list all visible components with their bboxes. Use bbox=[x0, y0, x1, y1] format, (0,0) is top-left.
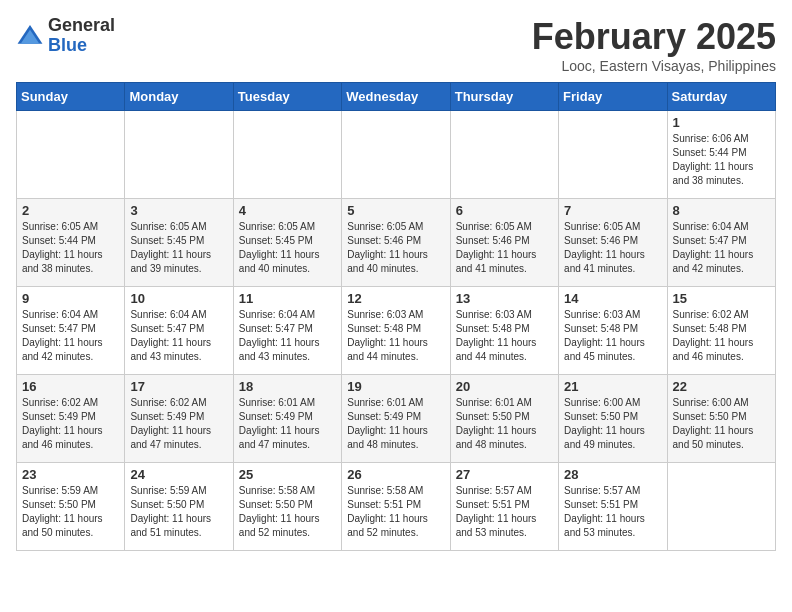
calendar-cell: 1Sunrise: 6:06 AM Sunset: 5:44 PM Daylig… bbox=[667, 111, 775, 199]
day-number: 7 bbox=[564, 203, 661, 218]
calendar-week-row: 23Sunrise: 5:59 AM Sunset: 5:50 PM Dayli… bbox=[17, 463, 776, 551]
day-number: 25 bbox=[239, 467, 336, 482]
day-number: 26 bbox=[347, 467, 444, 482]
day-info: Sunrise: 6:00 AM Sunset: 5:50 PM Dayligh… bbox=[673, 396, 770, 452]
calendar-cell: 24Sunrise: 5:59 AM Sunset: 5:50 PM Dayli… bbox=[125, 463, 233, 551]
day-info: Sunrise: 5:57 AM Sunset: 5:51 PM Dayligh… bbox=[456, 484, 553, 540]
calendar-cell bbox=[667, 463, 775, 551]
day-info: Sunrise: 6:02 AM Sunset: 5:49 PM Dayligh… bbox=[130, 396, 227, 452]
logo-icon bbox=[16, 22, 44, 50]
day-of-week-header: Tuesday bbox=[233, 83, 341, 111]
day-info: Sunrise: 6:05 AM Sunset: 5:45 PM Dayligh… bbox=[239, 220, 336, 276]
day-info: Sunrise: 5:58 AM Sunset: 5:50 PM Dayligh… bbox=[239, 484, 336, 540]
day-info: Sunrise: 6:04 AM Sunset: 5:47 PM Dayligh… bbox=[239, 308, 336, 364]
calendar-cell: 4Sunrise: 6:05 AM Sunset: 5:45 PM Daylig… bbox=[233, 199, 341, 287]
page-header: General Blue February 2025 Looc, Eastern… bbox=[16, 16, 776, 74]
calendar-table: SundayMondayTuesdayWednesdayThursdayFrid… bbox=[16, 82, 776, 551]
logo: General Blue bbox=[16, 16, 115, 56]
calendar-cell: 14Sunrise: 6:03 AM Sunset: 5:48 PM Dayli… bbox=[559, 287, 667, 375]
day-number: 10 bbox=[130, 291, 227, 306]
day-number: 9 bbox=[22, 291, 119, 306]
day-info: Sunrise: 5:57 AM Sunset: 5:51 PM Dayligh… bbox=[564, 484, 661, 540]
calendar-cell: 6Sunrise: 6:05 AM Sunset: 5:46 PM Daylig… bbox=[450, 199, 558, 287]
calendar-cell: 13Sunrise: 6:03 AM Sunset: 5:48 PM Dayli… bbox=[450, 287, 558, 375]
day-info: Sunrise: 5:59 AM Sunset: 5:50 PM Dayligh… bbox=[130, 484, 227, 540]
day-number: 24 bbox=[130, 467, 227, 482]
day-number: 27 bbox=[456, 467, 553, 482]
calendar-cell bbox=[450, 111, 558, 199]
day-info: Sunrise: 6:00 AM Sunset: 5:50 PM Dayligh… bbox=[564, 396, 661, 452]
calendar-cell: 9Sunrise: 6:04 AM Sunset: 5:47 PM Daylig… bbox=[17, 287, 125, 375]
day-info: Sunrise: 6:04 AM Sunset: 5:47 PM Dayligh… bbox=[673, 220, 770, 276]
day-number: 11 bbox=[239, 291, 336, 306]
day-number: 20 bbox=[456, 379, 553, 394]
calendar-cell: 18Sunrise: 6:01 AM Sunset: 5:49 PM Dayli… bbox=[233, 375, 341, 463]
day-number: 23 bbox=[22, 467, 119, 482]
day-number: 12 bbox=[347, 291, 444, 306]
calendar-cell: 3Sunrise: 6:05 AM Sunset: 5:45 PM Daylig… bbox=[125, 199, 233, 287]
logo-general-text: General bbox=[48, 15, 115, 35]
calendar-cell: 25Sunrise: 5:58 AM Sunset: 5:50 PM Dayli… bbox=[233, 463, 341, 551]
calendar-cell: 16Sunrise: 6:02 AM Sunset: 5:49 PM Dayli… bbox=[17, 375, 125, 463]
day-number: 21 bbox=[564, 379, 661, 394]
calendar-cell: 5Sunrise: 6:05 AM Sunset: 5:46 PM Daylig… bbox=[342, 199, 450, 287]
day-number: 15 bbox=[673, 291, 770, 306]
day-of-week-header: Sunday bbox=[17, 83, 125, 111]
day-info: Sunrise: 6:05 AM Sunset: 5:45 PM Dayligh… bbox=[130, 220, 227, 276]
day-of-week-header: Friday bbox=[559, 83, 667, 111]
title-block: February 2025 Looc, Eastern Visayas, Phi… bbox=[532, 16, 776, 74]
calendar-cell bbox=[233, 111, 341, 199]
calendar-cell: 2Sunrise: 6:05 AM Sunset: 5:44 PM Daylig… bbox=[17, 199, 125, 287]
day-number: 8 bbox=[673, 203, 770, 218]
day-number: 14 bbox=[564, 291, 661, 306]
calendar-cell: 23Sunrise: 5:59 AM Sunset: 5:50 PM Dayli… bbox=[17, 463, 125, 551]
day-info: Sunrise: 6:02 AM Sunset: 5:49 PM Dayligh… bbox=[22, 396, 119, 452]
calendar-cell: 22Sunrise: 6:00 AM Sunset: 5:50 PM Dayli… bbox=[667, 375, 775, 463]
calendar-cell bbox=[17, 111, 125, 199]
calendar-week-row: 16Sunrise: 6:02 AM Sunset: 5:49 PM Dayli… bbox=[17, 375, 776, 463]
day-number: 2 bbox=[22, 203, 119, 218]
day-number: 4 bbox=[239, 203, 336, 218]
calendar-cell: 15Sunrise: 6:02 AM Sunset: 5:48 PM Dayli… bbox=[667, 287, 775, 375]
calendar-cell bbox=[125, 111, 233, 199]
calendar-cell: 21Sunrise: 6:00 AM Sunset: 5:50 PM Dayli… bbox=[559, 375, 667, 463]
day-number: 1 bbox=[673, 115, 770, 130]
calendar-header-row: SundayMondayTuesdayWednesdayThursdayFrid… bbox=[17, 83, 776, 111]
day-info: Sunrise: 6:03 AM Sunset: 5:48 PM Dayligh… bbox=[456, 308, 553, 364]
day-info: Sunrise: 6:06 AM Sunset: 5:44 PM Dayligh… bbox=[673, 132, 770, 188]
day-info: Sunrise: 6:01 AM Sunset: 5:50 PM Dayligh… bbox=[456, 396, 553, 452]
calendar-week-row: 2Sunrise: 6:05 AM Sunset: 5:44 PM Daylig… bbox=[17, 199, 776, 287]
calendar-cell: 28Sunrise: 5:57 AM Sunset: 5:51 PM Dayli… bbox=[559, 463, 667, 551]
day-info: Sunrise: 5:58 AM Sunset: 5:51 PM Dayligh… bbox=[347, 484, 444, 540]
day-info: Sunrise: 6:03 AM Sunset: 5:48 PM Dayligh… bbox=[564, 308, 661, 364]
calendar-cell bbox=[342, 111, 450, 199]
day-number: 13 bbox=[456, 291, 553, 306]
calendar-cell: 7Sunrise: 6:05 AM Sunset: 5:46 PM Daylig… bbox=[559, 199, 667, 287]
day-info: Sunrise: 6:05 AM Sunset: 5:46 PM Dayligh… bbox=[347, 220, 444, 276]
calendar-week-row: 9Sunrise: 6:04 AM Sunset: 5:47 PM Daylig… bbox=[17, 287, 776, 375]
logo-blue-text: Blue bbox=[48, 35, 87, 55]
day-info: Sunrise: 6:05 AM Sunset: 5:44 PM Dayligh… bbox=[22, 220, 119, 276]
day-of-week-header: Monday bbox=[125, 83, 233, 111]
day-of-week-header: Saturday bbox=[667, 83, 775, 111]
day-number: 6 bbox=[456, 203, 553, 218]
day-number: 28 bbox=[564, 467, 661, 482]
calendar-cell: 10Sunrise: 6:04 AM Sunset: 5:47 PM Dayli… bbox=[125, 287, 233, 375]
day-number: 18 bbox=[239, 379, 336, 394]
calendar-week-row: 1Sunrise: 6:06 AM Sunset: 5:44 PM Daylig… bbox=[17, 111, 776, 199]
location: Looc, Eastern Visayas, Philippines bbox=[532, 58, 776, 74]
day-info: Sunrise: 6:02 AM Sunset: 5:48 PM Dayligh… bbox=[673, 308, 770, 364]
calendar-cell: 27Sunrise: 5:57 AM Sunset: 5:51 PM Dayli… bbox=[450, 463, 558, 551]
calendar-cell: 17Sunrise: 6:02 AM Sunset: 5:49 PM Dayli… bbox=[125, 375, 233, 463]
day-info: Sunrise: 6:04 AM Sunset: 5:47 PM Dayligh… bbox=[22, 308, 119, 364]
calendar-cell bbox=[559, 111, 667, 199]
day-info: Sunrise: 6:05 AM Sunset: 5:46 PM Dayligh… bbox=[564, 220, 661, 276]
day-number: 5 bbox=[347, 203, 444, 218]
day-number: 17 bbox=[130, 379, 227, 394]
month-title: February 2025 bbox=[532, 16, 776, 58]
calendar-cell: 19Sunrise: 6:01 AM Sunset: 5:49 PM Dayli… bbox=[342, 375, 450, 463]
day-info: Sunrise: 6:01 AM Sunset: 5:49 PM Dayligh… bbox=[239, 396, 336, 452]
day-info: Sunrise: 6:03 AM Sunset: 5:48 PM Dayligh… bbox=[347, 308, 444, 364]
day-info: Sunrise: 5:59 AM Sunset: 5:50 PM Dayligh… bbox=[22, 484, 119, 540]
logo-text: General Blue bbox=[48, 16, 115, 56]
